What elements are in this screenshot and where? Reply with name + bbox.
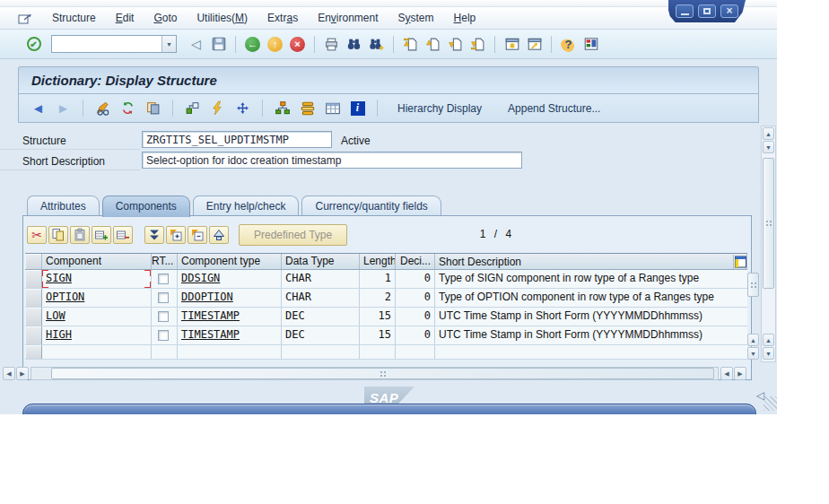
customize-icon[interactable] bbox=[580, 34, 601, 54]
menu-item-goto[interactable]: Goto bbox=[144, 10, 187, 26]
hierarchy-display-button[interactable]: Hierarchy Display bbox=[387, 102, 493, 115]
info-icon[interactable]: i bbox=[347, 99, 368, 118]
scroll-right-icon[interactable]: ▶ bbox=[734, 367, 746, 380]
next-page-icon[interactable] bbox=[445, 34, 466, 54]
horizontal-scrollbar-track[interactable] bbox=[31, 367, 719, 380]
header-component[interactable]: Component bbox=[42, 254, 152, 269]
header-decimals[interactable]: Deci... bbox=[396, 254, 435, 269]
print-icon[interactable] bbox=[321, 34, 342, 54]
data-type-cell[interactable]: DEC bbox=[282, 326, 360, 344]
rt-checkbox[interactable] bbox=[158, 330, 169, 341]
new-session-icon[interactable] bbox=[502, 34, 522, 54]
runtime-object-icon[interactable] bbox=[297, 99, 318, 118]
predefined-type-button[interactable]: Predefined Type bbox=[239, 224, 347, 246]
header-length[interactable]: Length bbox=[360, 254, 396, 269]
filter-icon[interactable] bbox=[144, 226, 164, 244]
short-description-cell[interactable]: Type of SIGN component in row type of a … bbox=[435, 270, 747, 288]
dropdown-icon[interactable]: ▼ bbox=[161, 36, 176, 52]
insert-row-icon[interactable] bbox=[92, 226, 111, 244]
scroll-up-icon[interactable]: ▲ bbox=[763, 127, 774, 140]
component-type-link[interactable]: TIMESTAMP bbox=[181, 309, 240, 322]
system-menu-icon[interactable] bbox=[18, 12, 33, 25]
cancel-icon[interactable]: × bbox=[287, 34, 308, 54]
component-link[interactable]: HIGH bbox=[46, 328, 72, 341]
last-page-icon[interactable] bbox=[467, 34, 488, 54]
component-link[interactable]: LOW bbox=[46, 309, 65, 322]
decimals-cell[interactable]: 0 bbox=[396, 326, 435, 344]
menu-item-edit[interactable]: Edit bbox=[106, 10, 144, 26]
back-triangle-icon[interactable]: ◁ bbox=[186, 34, 206, 54]
short-description-field[interactable]: Select-option for idoc creation timestam… bbox=[142, 152, 522, 169]
resize-grip[interactable] bbox=[764, 396, 777, 411]
component-link[interactable]: OPTION bbox=[46, 291, 84, 303]
copy-object-icon[interactable] bbox=[143, 99, 163, 118]
tab-attributes[interactable]: Attributes bbox=[27, 196, 100, 217]
short-description-cell[interactable]: UTC Time Stamp in Short Form (YYYYMMDDhh… bbox=[435, 308, 747, 326]
decimals-cell[interactable]: 0 bbox=[396, 289, 435, 307]
row-selector[interactable] bbox=[25, 308, 42, 326]
move-up-icon[interactable] bbox=[209, 226, 229, 244]
component-cell[interactable]: SIGN bbox=[42, 270, 152, 288]
table-scrollbar-thumb[interactable] bbox=[747, 273, 759, 297]
object-list-icon[interactable] bbox=[182, 99, 203, 118]
back-icon[interactable]: ← bbox=[242, 34, 263, 54]
refresh-icon[interactable] bbox=[118, 99, 138, 118]
length-cell[interactable]: 1 bbox=[360, 270, 396, 288]
menu-item-environment[interactable]: Environment bbox=[308, 10, 388, 26]
vertical-scrollbar-thumb[interactable] bbox=[763, 158, 774, 289]
tab-currency-quantity-fields[interactable]: Currency/quantity fields bbox=[301, 196, 441, 217]
rt-checkbox[interactable] bbox=[158, 311, 169, 322]
short-description-cell[interactable]: Type of OPTION component in row type of … bbox=[435, 289, 747, 307]
component-type-link[interactable]: DDSIGN bbox=[181, 272, 220, 284]
display-change-icon[interactable] bbox=[92, 99, 113, 118]
first-page-icon[interactable] bbox=[400, 34, 421, 54]
shortcut-icon[interactable] bbox=[524, 34, 545, 54]
short-description-cell[interactable]: UTC Time Stamp in Short Form (YYYYMMDDhh… bbox=[435, 326, 747, 344]
menu-item-utilities[interactable]: Utilities(M) bbox=[187, 10, 257, 26]
row-selector[interactable] bbox=[25, 326, 42, 344]
expand-icon[interactable] bbox=[166, 226, 186, 244]
find-next-icon[interactable] bbox=[366, 34, 387, 54]
table-entries-icon[interactable] bbox=[322, 99, 343, 118]
length-cell[interactable]: 15 bbox=[360, 326, 396, 344]
horizontal-scrollbar-thumb[interactable] bbox=[51, 368, 714, 379]
table-scroll-up-icon[interactable]: ▲ bbox=[747, 334, 759, 346]
decimals-cell[interactable]: 0 bbox=[396, 308, 435, 326]
maximize-button[interactable] bbox=[698, 4, 716, 18]
hierarchy-icon[interactable] bbox=[272, 99, 292, 118]
paste-icon[interactable] bbox=[70, 226, 90, 244]
decimals-cell[interactable]: 0 bbox=[396, 270, 435, 288]
menu-item-system[interactable]: System bbox=[388, 10, 444, 26]
back-arrow-icon[interactable]: ◄ bbox=[28, 99, 48, 118]
where-used-icon[interactable] bbox=[207, 99, 228, 118]
collapse-icon[interactable] bbox=[188, 226, 207, 244]
component-type-link[interactable]: DDOPTION bbox=[181, 291, 233, 303]
header-short-description[interactable]: Short Description bbox=[435, 254, 747, 269]
find-icon[interactable] bbox=[344, 34, 364, 54]
tab-components[interactable]: Components bbox=[102, 196, 190, 217]
scroll-right-icon[interactable]: ▶ bbox=[16, 367, 29, 380]
header-rt[interactable]: RT... bbox=[152, 254, 178, 269]
component-type-link[interactable]: TIMESTAMP bbox=[181, 328, 240, 341]
close-button[interactable]: × bbox=[720, 4, 738, 18]
tab-entry-help-check[interactable]: Entry help/check bbox=[193, 196, 300, 217]
command-field[interactable]: ▼ bbox=[51, 35, 177, 53]
structure-field[interactable]: ZRGTITS_SEL_UPDTIMSTMP bbox=[142, 131, 332, 148]
scroll-left-icon[interactable]: ◀ bbox=[3, 367, 15, 380]
menu-item-extras[interactable]: Extras bbox=[257, 10, 308, 26]
table-config-icon[interactable] bbox=[734, 255, 746, 269]
header-data-type[interactable]: Data Type bbox=[282, 254, 360, 269]
row-selector[interactable] bbox=[25, 289, 42, 307]
navigation-icon[interactable] bbox=[232, 99, 253, 118]
enter-icon[interactable]: ✔ bbox=[23, 34, 44, 54]
header-component-type[interactable]: Component type bbox=[178, 254, 282, 269]
help-icon[interactable]: ? bbox=[558, 34, 579, 54]
length-cell[interactable]: 2 bbox=[360, 289, 396, 307]
delete-row-icon[interactable] bbox=[113, 226, 133, 244]
table-scroll-down-icon[interactable]: ▼ bbox=[747, 347, 759, 360]
scroll-up-icon[interactable]: ▲ bbox=[763, 334, 774, 346]
row-selector[interactable] bbox=[25, 270, 42, 288]
rt-checkbox[interactable] bbox=[158, 292, 169, 303]
scroll-down-icon[interactable]: ▼ bbox=[763, 141, 774, 153]
length-cell[interactable]: 15 bbox=[360, 308, 396, 326]
